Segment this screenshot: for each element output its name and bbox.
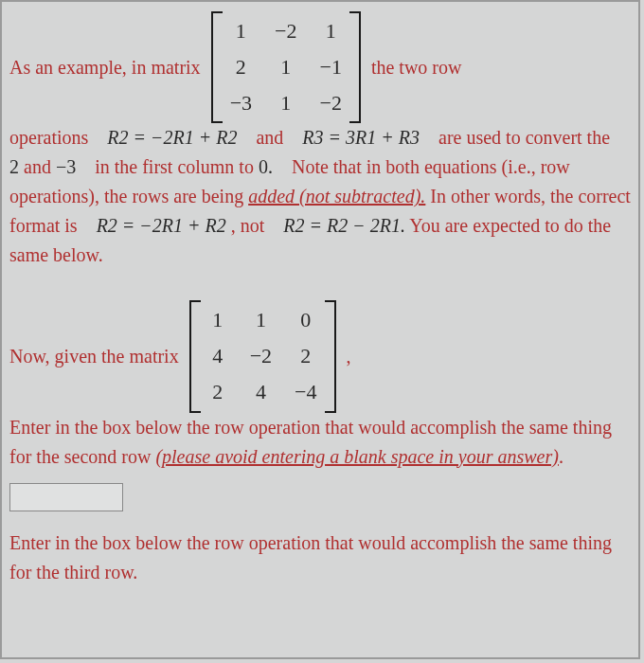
paragraph-2: Now, given the matrix 1 1 0 4 −2 2 2 4 −… bbox=[9, 300, 631, 471]
text-intro: As an example, in matrix bbox=[9, 57, 201, 78]
cell: 2 bbox=[295, 340, 316, 372]
text-underlined: (please avoid entering a blank space in … bbox=[155, 446, 558, 467]
cell: −4 bbox=[295, 376, 316, 408]
cell: −3 bbox=[230, 87, 252, 119]
row-op-2: R3 = 3R1 + R3 bbox=[302, 127, 420, 148]
row-op-1: R2 = −2R1 + R2 bbox=[107, 127, 237, 148]
text: are bbox=[438, 127, 461, 148]
bracket-right bbox=[325, 300, 336, 412]
cell: 1 bbox=[250, 304, 272, 336]
text-underlined: added (not subtracted). bbox=[248, 186, 425, 206]
matrix-given: 1 1 0 4 −2 2 2 4 −4 bbox=[189, 300, 336, 412]
num: 0. bbox=[259, 156, 273, 177]
text: and bbox=[256, 127, 283, 148]
text: Now, given the matrix bbox=[9, 346, 179, 367]
num: −3 bbox=[56, 156, 76, 177]
cell: 2 bbox=[208, 376, 227, 408]
row-op-wrong: R2 = R2 − 2R1. bbox=[283, 215, 405, 236]
cell: −2 bbox=[275, 15, 296, 47]
cell: 1 bbox=[275, 51, 296, 83]
bracket-right bbox=[349, 11, 361, 123]
paragraph-3: Enter in the box below the row operation… bbox=[9, 529, 631, 587]
matrix-example: 1 −2 1 2 1 −1 −3 1 −2 bbox=[211, 11, 361, 123]
text: the two row bbox=[371, 57, 462, 78]
text: Enter in the box below the row operation… bbox=[9, 532, 612, 582]
cell: 1 bbox=[230, 15, 252, 47]
num: 2 bbox=[9, 156, 19, 177]
cell: −2 bbox=[319, 87, 341, 119]
text: . bbox=[559, 446, 564, 467]
answer-input-row2[interactable] bbox=[9, 483, 123, 511]
cell: 4 bbox=[208, 340, 227, 372]
cell: 1 bbox=[319, 15, 341, 47]
bracket-left bbox=[189, 300, 201, 412]
cell: 1 bbox=[208, 304, 227, 336]
cell: 0 bbox=[295, 304, 316, 336]
matrix-body: 1 −2 1 2 1 −1 −3 1 −2 bbox=[223, 11, 349, 123]
cell: 1 bbox=[275, 87, 296, 119]
text: and bbox=[24, 156, 51, 177]
cell: −2 bbox=[250, 340, 272, 372]
text: , bbox=[347, 346, 351, 367]
cell: 4 bbox=[250, 376, 272, 408]
cell: 2 bbox=[230, 51, 252, 83]
bracket-left bbox=[211, 11, 223, 123]
text: in the first column to bbox=[95, 156, 254, 177]
text: used to convert the bbox=[466, 127, 610, 148]
text: , not bbox=[231, 215, 265, 236]
paragraph-1: As an example, in matrix 1 −2 1 2 1 −1 −… bbox=[9, 11, 631, 270]
text: operations bbox=[9, 127, 88, 148]
row-op-correct: R2 = −2R1 + R2 bbox=[97, 215, 226, 236]
matrix-body: 1 1 0 4 −2 2 2 4 −4 bbox=[201, 300, 325, 412]
cell: −1 bbox=[319, 51, 341, 83]
